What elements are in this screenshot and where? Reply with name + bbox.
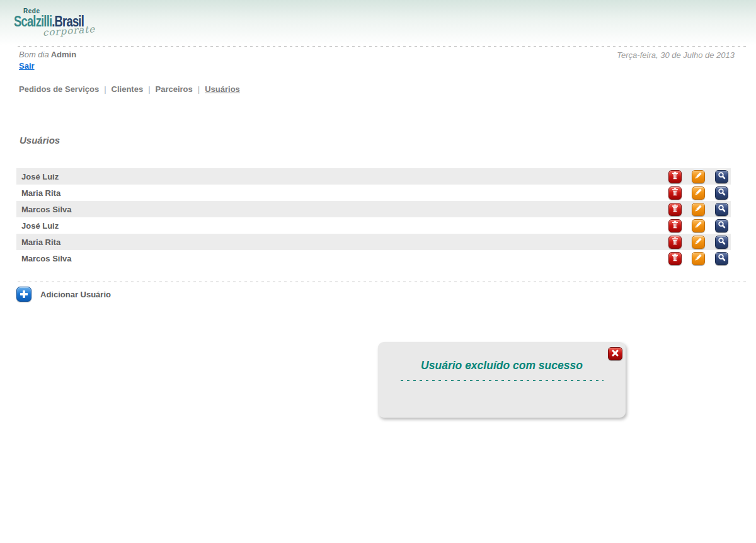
magnifier-icon <box>718 253 726 263</box>
pencil-icon <box>694 204 702 214</box>
pencil-icon <box>694 253 702 263</box>
magnifier-icon <box>718 171 726 181</box>
greeting: Bom diaAdmin Sair <box>19 50 76 71</box>
magnifier-icon <box>718 204 726 214</box>
view-button[interactable] <box>715 186 728 200</box>
trash-icon <box>671 220 679 231</box>
edit-button[interactable] <box>692 219 705 232</box>
pencil-icon <box>694 188 702 198</box>
user-table: José Luiz Maria Rita Marcos Silva <box>16 168 731 266</box>
trash-icon <box>671 204 679 214</box>
nav-item-clientes[interactable]: Clientes <box>112 84 144 94</box>
table-bottom-divider <box>18 282 747 282</box>
user-name: Marcos Silva <box>16 205 72 214</box>
delete-button[interactable] <box>668 170 682 183</box>
greeting-line: Bom diaAdmin <box>19 50 76 59</box>
nav-separator: | <box>104 84 106 94</box>
nav-separator: | <box>198 84 200 94</box>
table-row: José Luiz <box>16 168 731 185</box>
add-user-label: Adicionar Usuário <box>40 290 111 299</box>
nav-item-usuarios[interactable]: Usuários <box>205 84 240 94</box>
main-nav: Pedidos de Serviços|Clientes|Parceiros|U… <box>19 84 240 94</box>
table-row: Maria Rita <box>16 234 731 250</box>
magnifier-icon <box>718 220 726 231</box>
table-row: Maria Rita <box>16 185 731 201</box>
trash-icon <box>671 237 679 247</box>
delete-button[interactable] <box>668 219 682 232</box>
header-divider <box>18 46 747 47</box>
delete-button[interactable] <box>668 203 682 216</box>
edit-button[interactable] <box>692 236 705 249</box>
magnifier-icon <box>718 237 726 247</box>
edit-button[interactable] <box>692 252 705 265</box>
view-button[interactable] <box>715 170 728 183</box>
pencil-icon <box>694 237 702 247</box>
nav-separator: | <box>148 84 150 94</box>
row-actions <box>668 236 731 249</box>
view-button[interactable] <box>715 203 728 216</box>
user-name: Maria Rita <box>16 237 60 247</box>
edit-button[interactable] <box>692 170 705 183</box>
nav-item-parceiros[interactable]: Parceiros <box>156 84 193 94</box>
message-box: Usuário excluído com sucesso <box>378 342 626 418</box>
page: Rede Scalzilli.Brasil corporate Bom diaA… <box>0 0 756 543</box>
delete-button[interactable] <box>668 252 682 265</box>
add-user-button[interactable]: Adicionar Usuário <box>16 287 111 302</box>
close-x-icon <box>611 349 619 359</box>
delete-button[interactable] <box>668 186 682 200</box>
message-divider <box>401 380 604 381</box>
edit-button[interactable] <box>692 186 705 200</box>
trash-icon <box>671 253 679 263</box>
user-name: José Luiz <box>16 172 59 181</box>
pencil-icon <box>694 220 702 231</box>
magnifier-icon <box>718 188 726 198</box>
current-date: Terça-feira, 30 de Julho de 2013 <box>617 50 735 60</box>
user-name: Marcos Silva <box>16 254 72 263</box>
plus-icon <box>16 287 32 302</box>
nav-item-pedidos-de-servicos[interactable]: Pedidos de Serviços <box>19 84 99 94</box>
delete-button[interactable] <box>668 236 682 249</box>
table-row: José Luiz <box>16 217 731 234</box>
view-button[interactable] <box>715 252 728 265</box>
user-name: Maria Rita <box>16 188 60 198</box>
view-button[interactable] <box>715 219 728 232</box>
logo: Rede Scalzilli.Brasil corporate <box>14 8 127 38</box>
status-message: Usuário excluído com sucesso <box>378 359 626 372</box>
logout-link[interactable]: Sair <box>19 61 35 71</box>
close-button[interactable] <box>608 347 622 360</box>
greeting-prefix: Bom dia <box>19 50 49 59</box>
edit-button[interactable] <box>692 203 705 216</box>
row-actions <box>668 186 731 200</box>
row-actions <box>668 219 731 232</box>
user-name: José Luiz <box>16 221 59 231</box>
trash-icon <box>671 171 679 181</box>
greeting-username: Admin <box>51 50 76 59</box>
table-row: Marcos Silva <box>16 201 731 217</box>
pencil-icon <box>694 171 702 181</box>
table-row: Marcos Silva <box>16 250 731 266</box>
row-actions <box>668 203 731 216</box>
row-actions <box>668 170 731 183</box>
row-actions <box>668 252 731 265</box>
view-button[interactable] <box>715 236 728 249</box>
page-title: Usuários <box>20 135 60 146</box>
trash-icon <box>671 188 679 198</box>
